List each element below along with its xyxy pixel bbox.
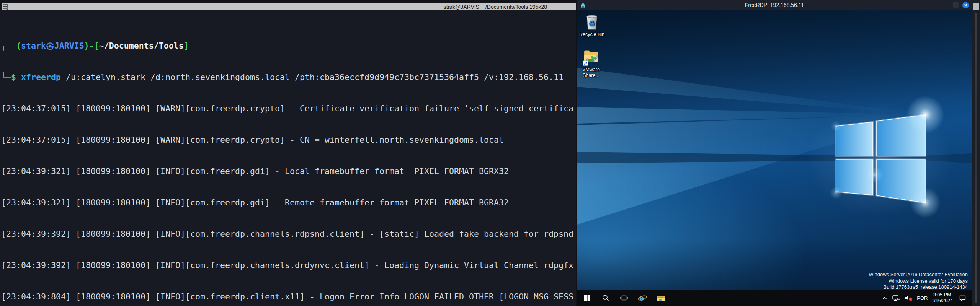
- freerdp-window: FreeRDP: 192.168.56.11 ✕: [577, 0, 972, 306]
- log-line: [23:04:37:015] [180099:180100] [WARN][co…: [1, 135, 576, 145]
- tray-volume-muted-icon[interactable]: [905, 295, 913, 301]
- close-button[interactable]: ✕: [962, 2, 969, 8]
- screen: stark@JARVIS: ~/Documents/Tools 195x28 ┌…: [0, 0, 980, 306]
- desktop-icon-recycle-bin[interactable]: ♻ Recycle Bin: [578, 13, 606, 37]
- desktop-icon-vmware-share[interactable]: VMware Share...: [577, 48, 605, 78]
- tray-chevron-up-icon[interactable]: [882, 296, 887, 300]
- terminal-output[interactable]: ┌──(stark㉿JARVIS)-[~/Documents/Tools] └─…: [0, 10, 576, 306]
- ie-icon: e: [638, 293, 647, 303]
- start-button[interactable]: [578, 290, 596, 306]
- scrollbar[interactable]: [972, 0, 980, 306]
- log-line: [23:04:37:015] [180099:180100] [WARN][co…: [1, 103, 576, 114]
- prompt-line-1: ┌──(stark㉿JARVIS)-[~/Documents/Tools]: [1, 41, 576, 51]
- tray-language-indicator[interactable]: POR: [917, 295, 928, 301]
- svg-text:♻: ♻: [589, 20, 595, 28]
- system-tray: POR 3:05 PM 1/16/2024: [882, 290, 966, 306]
- tray-clock[interactable]: 3:05 PM 1/16/2024: [931, 292, 953, 304]
- taskbar-left: e: [578, 290, 670, 306]
- start-icon: [584, 295, 591, 301]
- log-line: [23:04:39:392] [180099:180100] [INFO][co…: [1, 260, 576, 270]
- desktop-icon-label: Recycle Bin: [579, 32, 604, 37]
- file-explorer-icon: [656, 295, 665, 302]
- window-menu-icon[interactable]: [3, 4, 9, 10]
- task-view-button[interactable]: [615, 290, 633, 306]
- minimize-button[interactable]: [953, 2, 959, 8]
- tray-time: 3:05 PM: [933, 292, 951, 298]
- file-explorer-button[interactable]: [652, 290, 670, 306]
- tray-date: 1/16/2024: [931, 298, 953, 303]
- windows-hero-wallpaper: [577, 10, 972, 290]
- vmware-share-icon: [582, 48, 600, 66]
- terminal-title: stark@JARVIS: ~/Documents/Tools 195x28: [444, 3, 547, 10]
- watermark-line: Windows Server 2019 Datacenter Evaluatio…: [869, 272, 968, 278]
- log-line: [23:04:39:804] [180099:180100] [INFO][co…: [1, 291, 576, 302]
- prompt-line-2: └─$ xfreerdp /u:catelyn.stark /d:north.s…: [1, 72, 576, 82]
- scrollbar-thumb[interactable]: [973, 3, 979, 10]
- log-line: [23:04:39:392] [180099:180100] [INFO][co…: [1, 229, 576, 239]
- license-watermark: Windows Server 2019 Datacenter Evaluatio…: [869, 272, 968, 291]
- scrollbar-track: [975, 13, 977, 303]
- log-line: [23:04:39:321] [180099:180100] [INFO][co…: [1, 166, 576, 176]
- recycle-bin-icon: ♻: [584, 13, 599, 31]
- freerdp-titlebar[interactable]: FreeRDP: 192.168.56.11 ✕: [577, 0, 972, 10]
- svg-text:e: e: [639, 293, 644, 302]
- search-icon: [602, 294, 609, 302]
- freerdp-title: FreeRDP: 192.168.56.11: [577, 0, 972, 10]
- desktop-icon-label: VMware: [582, 67, 600, 72]
- remote-desktop[interactable]: ♻ Recycle Bin: [577, 10, 972, 306]
- taskbar: e: [577, 290, 972, 306]
- log-line: [23:04:39:321] [180099:180100] [INFO][co…: [1, 197, 576, 208]
- task-view-icon: [620, 295, 628, 301]
- action-center-icon: [959, 295, 966, 301]
- action-center-button[interactable]: [959, 295, 966, 301]
- tray-network-icon[interactable]: [892, 295, 900, 301]
- freerdp-flame-icon: [580, 1, 586, 9]
- terminal-window: stark@JARVIS: ~/Documents/Tools 195x28 ┌…: [0, 0, 576, 306]
- terminal-titlebar[interactable]: stark@JARVIS: ~/Documents/Tools 195x28: [2, 3, 576, 10]
- watermark-line: Windows License valid for 170 days: [869, 278, 968, 285]
- internet-explorer-button[interactable]: e: [633, 290, 652, 306]
- desktop-icon-label: Share...: [583, 73, 599, 78]
- search-button[interactable]: [596, 290, 615, 306]
